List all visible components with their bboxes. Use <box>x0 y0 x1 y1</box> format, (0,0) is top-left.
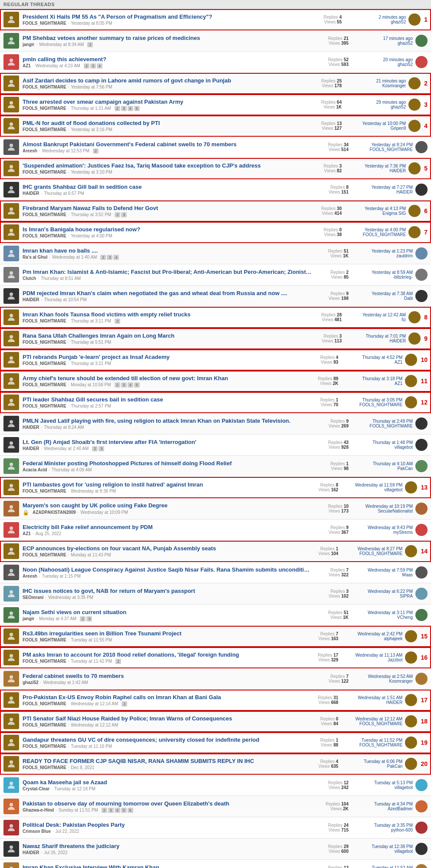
last-poster[interactable]: PakCan <box>387 764 403 769</box>
last-poster[interactable]: Maas <box>402 572 413 577</box>
thread-title[interactable]: Federal Minister posting Photoshopped Pi… <box>23 460 313 467</box>
thread-author[interactable]: FOOLS_NIGHTMARE <box>23 21 66 26</box>
last-poster[interactable]: villagebot <box>395 445 413 450</box>
thread-author[interactable]: jangir <box>23 42 34 47</box>
last-poster[interactable]: FOOLS_NIGHTMARE <box>370 147 413 152</box>
thread-author[interactable]: Crystal-Clear <box>23 786 49 791</box>
page-dot[interactable]: 2 <box>87 42 93 47</box>
page-dot[interactable]: 3 <box>90 63 96 69</box>
last-poster[interactable]: alphajeek <box>384 636 403 641</box>
last-poster[interactable]: HAIDER <box>396 190 413 194</box>
thread-author[interactable]: FOOLS_NIGHTMARE <box>23 361 66 366</box>
last-poster[interactable]: Kosmranger <box>389 679 413 684</box>
thread-title[interactable]: Pm Imran Khan: Islamist & Anti-Islamic; … <box>23 269 313 275</box>
last-poster[interactable]: python-600 <box>391 828 413 832</box>
page-dot[interactable]: 2 <box>93 148 99 154</box>
thread-title[interactable]: Qoam ka Maseeha jail se Azaad <box>23 779 313 786</box>
thread-author[interactable]: SEOmrani <box>23 595 43 600</box>
thread-author[interactable]: AZ1 <box>23 63 31 68</box>
thread-author[interactable]: Acacia Acid <box>23 467 47 472</box>
last-poster[interactable]: SecularNationalist <box>378 509 413 513</box>
thread-title[interactable]: Almost Bankrupt Pakistani Government's F… <box>23 141 313 148</box>
thread-author[interactable]: FOOLS_NIGHTMARE <box>23 319 66 323</box>
thread-title[interactable]: Is Imran's Banigala house regularised no… <box>23 226 306 233</box>
thread-title[interactable]: ECP announces by-elections on four vacan… <box>23 545 303 552</box>
thread-title[interactable]: Pro-Pakistan Ex-US Envoy Robin Raphel ca… <box>23 694 303 700</box>
last-poster[interactable]: AZ1 <box>395 360 402 365</box>
thread-title[interactable]: Asif Zardari decides to camp in Lahore a… <box>23 77 306 84</box>
thread-title[interactable]: Nawaz Sharif threatens the judiciary <box>23 843 313 849</box>
thread-author[interactable]: FOOLS_NIGHTMARE <box>23 212 66 217</box>
thread-author[interactable]: Areesh <box>23 574 37 579</box>
page-dot[interactable]: 5 <box>134 382 140 388</box>
page-dot[interactable]: 4 <box>115 808 120 813</box>
last-poster[interactable]: villagebot <box>395 849 413 854</box>
thread-title[interactable]: pmln calling this achievement? <box>23 56 313 62</box>
last-poster[interactable]: fiz <box>401 317 406 322</box>
thread-title[interactable]: IHC grants Shahbaz Gill bail in sedition… <box>23 184 313 190</box>
thread-title[interactable]: PM Shehbaz vetoes another summary to rai… <box>23 35 313 41</box>
thread-title[interactable]: PDM rejected Imran Khan's claim when neg… <box>23 290 313 296</box>
thread-title[interactable]: Rana Sana Ullah Challenges Imran Again o… <box>23 332 306 339</box>
last-poster[interactable]: -blitzkrieg- <box>393 275 413 279</box>
page-dot[interactable]: 2 <box>80 616 86 621</box>
last-poster[interactable]: SIPRA <box>400 594 413 598</box>
thread-title[interactable]: Firebrand Maryam Nawaz Fails to Defend H… <box>23 205 306 211</box>
last-poster[interactable]: FOOLS_NIGHTMARE <box>359 743 402 747</box>
page-dot[interactable]: 6 <box>128 808 133 813</box>
thread-title[interactable]: Imran Khan fools Taunsa flood victims wi… <box>23 311 306 318</box>
page-dot[interactable]: 2 <box>115 319 120 324</box>
thread-author[interactable]: HAIDER <box>23 191 39 196</box>
page-dot[interactable]: 3 <box>107 255 112 260</box>
thread-author[interactable]: Areesh <box>23 148 37 153</box>
thread-author[interactable]: HAIDER <box>23 850 39 855</box>
page-dot[interactable]: 2 <box>100 255 106 260</box>
thread-author[interactable]: Crimson Blue <box>23 829 51 834</box>
last-poster[interactable]: zauldrim <box>396 253 413 258</box>
thread-title[interactable]: Army chief's tenure should be extended t… <box>23 375 303 381</box>
thread-title[interactable]: PTI Senator Saif Niazi House Raided by P… <box>23 715 303 722</box>
last-poster[interactable]: PakCan <box>397 466 413 471</box>
thread-author[interactable]: FOOLS_NIGHTMARE <box>23 489 66 493</box>
last-poster[interactable]: VCheng <box>397 615 413 620</box>
last-poster[interactable]: Enigma SIG <box>382 211 406 216</box>
page-dot[interactable]: 4 <box>128 106 133 111</box>
thread-title[interactable]: Pakistan to observe day of mourning tomo… <box>23 800 313 807</box>
thread-title[interactable]: Gandapur threatens GU VC of dire consequ… <box>23 736 303 743</box>
thread-author[interactable]: AZADPAKISTAN2009 <box>33 510 76 515</box>
thread-title[interactable]: PTI lambastes govt for 'using religion t… <box>23 481 303 488</box>
thread-author[interactable]: Ra's al Ghul <box>23 255 47 260</box>
thread-author[interactable]: HAIDER <box>23 446 39 451</box>
thread-title[interactable]: Noon (Nahoosati) League Conspiracy Again… <box>23 566 313 573</box>
page-dot[interactable]: 4 <box>97 63 102 69</box>
last-poster[interactable]: HAIDER <box>389 339 406 343</box>
thread-author[interactable]: FOOLS_NIGHTMARE <box>23 170 66 174</box>
thread-author[interactable]: FOOLS_NIGHTMARE <box>23 638 66 642</box>
thread-title[interactable]: PMLN Javed Latif playing with fire, usin… <box>23 418 313 424</box>
thread-title[interactable]: 'Suspended animation': Justices Faez Isa… <box>23 162 306 169</box>
last-poster[interactable]: FOOLS_NIGHTMARE <box>359 402 402 407</box>
last-poster[interactable]: Gripen9 <box>391 126 406 131</box>
page-dot[interactable]: 4 <box>128 382 133 388</box>
last-poster[interactable]: HAIDER <box>386 700 403 705</box>
thread-title[interactable]: Najam Sethi views on current situation <box>23 609 313 615</box>
thread-title[interactable]: Three arrested over smear campaign again… <box>23 99 306 105</box>
page-dot[interactable]: 5 <box>134 106 140 111</box>
thread-title[interactable]: President Xi Hails PM 55 As "A Person of… <box>23 13 306 20</box>
thread-author[interactable]: FOOLS_NIGHTMARE <box>23 744 66 749</box>
page-dot[interactable]: 4 <box>113 255 119 260</box>
last-poster[interactable]: FOOLS_NIGHTMARE <box>363 232 406 237</box>
last-poster[interactable]: ghazi52 <box>398 41 413 46</box>
thread-author[interactable]: FOOLS_NIGHTMARE <box>23 404 66 408</box>
page-dot[interactable]: 2 <box>122 701 127 707</box>
page-dot[interactable]: 3 <box>121 382 127 388</box>
last-poster[interactable]: ghazi52 <box>398 62 413 67</box>
page-dot[interactable]: 3 <box>121 106 127 111</box>
thread-author[interactable]: FOOLS_NIGHTMARE <box>23 85 66 89</box>
page-dot[interactable]: 3 <box>108 808 114 813</box>
last-poster[interactable]: myStrems <box>393 530 413 535</box>
last-poster[interactable]: ghazi52 <box>391 105 406 109</box>
thread-title[interactable]: PML-N for audit of flood donations colle… <box>23 120 306 126</box>
thread-title[interactable]: Maryem's son caught by UK police using F… <box>23 502 313 509</box>
page-dot[interactable]: 2 <box>84 63 89 69</box>
